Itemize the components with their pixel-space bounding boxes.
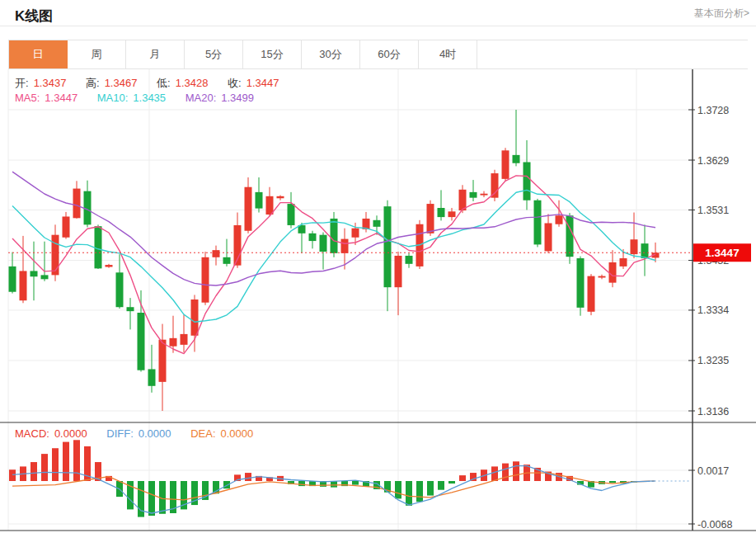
header-divider bbox=[0, 26, 756, 26]
open-value: 1.3437 bbox=[34, 77, 67, 89]
tab-day[interactable]: 日 bbox=[9, 40, 68, 68]
dea-value: 0.0000 bbox=[221, 427, 254, 440]
candle-down bbox=[524, 163, 531, 200]
candle-up bbox=[620, 258, 627, 266]
candle-up bbox=[170, 338, 177, 347]
low-label: 低: bbox=[157, 77, 171, 89]
diff-label: DIFF: bbox=[106, 427, 134, 440]
candle-up bbox=[245, 187, 252, 231]
macd-bar-down bbox=[448, 481, 455, 483]
candle-up bbox=[266, 196, 274, 215]
ma20-value: 1.3499 bbox=[221, 92, 254, 104]
macd-label: MACD: bbox=[15, 427, 49, 440]
candle-up bbox=[106, 265, 113, 266]
candle-up bbox=[159, 340, 167, 382]
macd-bar-down bbox=[609, 481, 616, 483]
macd-bar-up bbox=[491, 466, 498, 481]
candle-down bbox=[641, 243, 649, 258]
macd-tick-label: 0.0017 bbox=[697, 465, 729, 477]
macd-bar-down bbox=[352, 481, 359, 485]
candle-down bbox=[127, 307, 134, 311]
ohlc-legend: 开:1.3437 高:1.3467 低:1.3428 收:1.3447 bbox=[15, 76, 284, 91]
candle-up bbox=[609, 262, 617, 283]
tab-month[interactable]: 月 bbox=[126, 40, 185, 68]
macd-bar-down bbox=[298, 481, 305, 486]
candle-up bbox=[20, 271, 27, 300]
candle-down bbox=[116, 272, 124, 307]
macd-bar-down bbox=[331, 481, 337, 488]
candle-up bbox=[599, 276, 606, 278]
candle-up bbox=[191, 300, 199, 336]
macd-axis-ticks: 0.0017-0.0068 bbox=[8, 465, 732, 531]
candle-up bbox=[545, 223, 552, 251]
close-value: 1.3447 bbox=[247, 77, 279, 89]
candle-up bbox=[341, 239, 349, 253]
candle-down bbox=[309, 233, 317, 241]
close-label: 收: bbox=[228, 77, 242, 89]
diff-value: 0.0000 bbox=[139, 427, 171, 440]
tab-4hour[interactable]: 4时 bbox=[419, 40, 477, 68]
candle-down bbox=[373, 220, 381, 227]
tab-week[interactable]: 周 bbox=[68, 40, 126, 68]
candle-up bbox=[631, 239, 638, 254]
macd-bar-up bbox=[513, 461, 519, 481]
macd-bar-down bbox=[427, 481, 434, 496]
candle-down bbox=[406, 256, 413, 264]
candle-up bbox=[277, 196, 284, 198]
candle-up bbox=[556, 215, 563, 224]
price-tick-label: 1.3629 bbox=[697, 155, 729, 167]
macd-legend: MACD:0.0000 DIFF:0.0000 DEA:0.0000 bbox=[15, 427, 258, 440]
macd-bar-up bbox=[459, 475, 466, 481]
macd-tick-label: -0.0068 bbox=[697, 519, 732, 531]
candle-down bbox=[9, 266, 16, 292]
ma-legend: MA5:1.3447 MA10:1.3435 MA20:1.3499 bbox=[15, 92, 259, 104]
candle-down bbox=[534, 200, 542, 245]
macd-bar-down bbox=[395, 481, 401, 498]
candle-down bbox=[384, 206, 392, 287]
candle-down bbox=[470, 192, 477, 198]
tab-60min[interactable]: 60分 bbox=[360, 40, 419, 68]
price-tick-label: 1.3531 bbox=[697, 205, 729, 216]
candle-down bbox=[331, 219, 338, 253]
candle-down bbox=[438, 208, 445, 217]
price-tick-label: 1.3334 bbox=[697, 304, 729, 316]
low-value: 1.3428 bbox=[176, 77, 209, 89]
candle-up bbox=[181, 334, 188, 345]
candle-up bbox=[588, 276, 595, 312]
macd-bar-up bbox=[31, 462, 37, 481]
high-label: 高: bbox=[86, 77, 100, 89]
ma5-label: MA5: bbox=[15, 92, 40, 104]
candle-down bbox=[95, 226, 102, 268]
tab-30min[interactable]: 30分 bbox=[302, 40, 360, 68]
fundamental-analysis-link[interactable]: 基本面分析> bbox=[694, 7, 749, 21]
candle-down bbox=[41, 275, 49, 279]
high-value: 1.3467 bbox=[105, 77, 138, 89]
price-tick-label: 1.3728 bbox=[697, 105, 729, 116]
kline-widget: K线图 基本面分析> 日周月5分15分30分60分4时 开:1.3437 高:1… bbox=[0, 0, 756, 533]
candle-up bbox=[491, 173, 499, 198]
candle-down bbox=[148, 369, 156, 385]
macd-bar-down bbox=[416, 481, 423, 502]
candle-down bbox=[223, 257, 231, 264]
ma10-value: 1.3435 bbox=[133, 92, 166, 104]
candle-down bbox=[288, 204, 295, 225]
macd-bar-up bbox=[73, 440, 80, 481]
candle-up bbox=[202, 257, 209, 303]
candle-down bbox=[256, 192, 263, 209]
price-tick-label: 1.3136 bbox=[697, 406, 729, 417]
macd-bar-up bbox=[63, 442, 69, 481]
tab-5min[interactable]: 5分 bbox=[185, 40, 243, 68]
period-tab-bar: 日周月5分15分30分60分4时 bbox=[8, 40, 748, 69]
macd-bar-down bbox=[406, 481, 412, 506]
candle-up bbox=[73, 189, 81, 219]
price-tick-label: 1.3235 bbox=[697, 355, 729, 366]
candle-down bbox=[577, 258, 585, 308]
ma5-value: 1.3447 bbox=[45, 92, 77, 104]
current-price-flag-text: 1.3447 bbox=[705, 247, 739, 259]
ma20-label: MA20: bbox=[185, 92, 217, 104]
tab-bar-filler bbox=[477, 40, 748, 68]
candle-down bbox=[320, 235, 327, 252]
candle-up bbox=[448, 211, 456, 217]
kline-chart-canvas[interactable]: 1.37281.36291.35311.34321.33341.32351.31… bbox=[0, 69, 756, 533]
tab-15min[interactable]: 15分 bbox=[243, 40, 302, 68]
